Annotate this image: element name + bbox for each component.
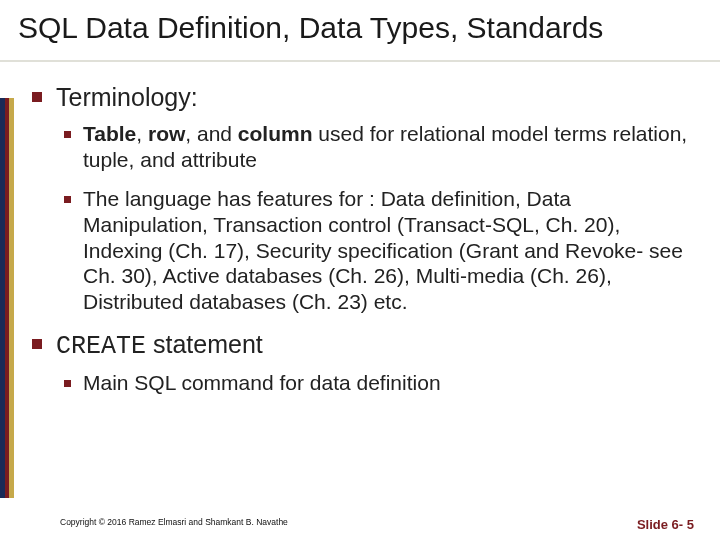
copyright-text: Copyright © 2016 Ramez Elmasri and Shamk…	[60, 517, 288, 532]
bullet-square-icon	[32, 92, 42, 102]
slide-title: SQL Data Definition, Data Types, Standar…	[18, 10, 702, 46]
create-rest: statement	[146, 330, 263, 358]
subbullet-text: Table, row, and column used for relation…	[83, 121, 698, 172]
bullet-square-icon	[64, 131, 71, 138]
side-stripes	[0, 98, 14, 498]
bullet-terminology: Terminology:	[32, 82, 698, 113]
bullet-square-icon	[64, 380, 71, 387]
page-number: Slide 6- 5	[637, 517, 694, 532]
bullet-square-icon	[32, 339, 42, 349]
subbullet-language-features: The language has features for : Data def…	[64, 186, 698, 314]
subbullet-table-row-column: Table, row, and column used for relation…	[64, 121, 698, 172]
bullet-text: Terminology:	[56, 82, 198, 113]
content-area: Terminology: Table, row, and column used…	[0, 62, 720, 395]
bullet-square-icon	[64, 196, 71, 203]
title-region: SQL Data Definition, Data Types, Standar…	[0, 0, 720, 62]
bullet-create-statement: CREATE statement	[32, 329, 698, 362]
subbullet-text: Main SQL command for data definition	[83, 370, 441, 396]
subbullet-text: The language has features for : Data def…	[83, 186, 698, 314]
create-keyword: CREATE	[56, 332, 146, 361]
bullet-text: CREATE statement	[56, 329, 263, 362]
footer: Copyright © 2016 Ramez Elmasri and Shamk…	[0, 517, 720, 532]
subbullet-main-command: Main SQL command for data definition	[64, 370, 698, 396]
